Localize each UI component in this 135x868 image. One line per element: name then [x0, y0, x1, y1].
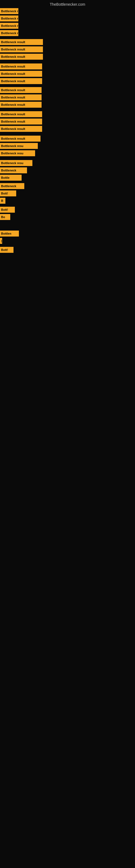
site-title: TheBottlenecker.com — [0, 0, 135, 9]
bottleneck-result-label: Bottleneck result — [1, 96, 25, 99]
bottleneck-result-label: Bottleneck result — [1, 17, 18, 20]
bottleneck-result-bar: Bottleneck result — [0, 23, 18, 29]
bottleneck-result-label: Bottleneck result — [1, 80, 25, 83]
bottleneck-result-label: Bottleneck resu — [1, 144, 24, 148]
bottleneck-result-label: Bottleneck result — [1, 127, 25, 130]
bottleneck-result-bar: Bottlen — [0, 230, 19, 237]
bottleneck-result-label: Bottleneck result — [1, 113, 25, 116]
bottleneck-result-label: Bottleneck resu — [1, 152, 24, 155]
bottleneck-result-label: Bottleneck result — [1, 72, 25, 75]
bottleneck-result-label: Bottleneck result — [1, 65, 25, 68]
bottleneck-result-bar: Bottleneck — [0, 167, 27, 173]
bottleneck-result-label: Bottleneck result — [1, 40, 25, 44]
bottleneck-result-label: Bottleneck result — [1, 103, 25, 106]
bottleneck-result-bar: Bottleneck — [0, 183, 24, 189]
bottleneck-result-bar: Bott! — [0, 207, 15, 213]
bottleneck-result-bar: Bottleneck resu — [0, 160, 32, 166]
bottleneck-result-bar: Bottleneck resu — [0, 143, 38, 149]
bottleneck-result-label: Bott! — [1, 192, 8, 195]
bottleneck-result-label: Bottleneck result — [1, 137, 25, 140]
bottleneck-result-bar: Bottleneck result — [0, 102, 42, 108]
bottleneck-result-label: Bottleneck resu — [1, 161, 24, 165]
bottleneck-result-bar: Bott! — [0, 247, 13, 253]
bottleneck-result-bar: Bottleneck result — [0, 54, 43, 60]
bottleneck-result-bar: Bottleneck result — [0, 119, 42, 124]
bottleneck-result-bar: Bottle — [0, 175, 21, 181]
bottleneck-result-label: Bottleneck result — [1, 88, 25, 92]
bottleneck-result-bar: B — [0, 198, 5, 204]
bottleneck-result-bar: Bottleneck result — [0, 111, 42, 117]
bottleneck-result-label: Bottleneck — [1, 169, 16, 172]
bottleneck-result-bar: Bottleneck result — [0, 87, 42, 93]
bottleneck-result-bar: Bott! — [0, 190, 16, 196]
bottleneck-result-bar: Bottleneck result — [0, 126, 42, 132]
bottleneck-result-bar: Bottleneck result — [0, 135, 41, 142]
bottleneck-result-label: Bo — [1, 215, 5, 219]
bottleneck-result-bar: Bottleneck result — [0, 46, 43, 52]
bottleneck-result-bar: | — [0, 238, 2, 244]
bottleneck-result-label: Bottle — [1, 176, 9, 179]
bottleneck-result-bar: Bottleneck result — [0, 30, 18, 36]
bottleneck-result-label: Bottleneck result — [1, 24, 18, 27]
bottleneck-result-label: B — [1, 199, 3, 203]
bottleneck-result-label: Bottleneck result — [1, 120, 25, 123]
bottleneck-result-label: Bottlen — [1, 232, 11, 235]
bottleneck-result-label: Bottleneck result — [1, 9, 18, 13]
bottleneck-result-label: Bottleneck result — [1, 48, 25, 51]
bottleneck-result-label: Bott! — [1, 248, 8, 251]
bottleneck-result-bar: Bottleneck result — [0, 39, 43, 45]
bottleneck-result-bar: Bottleneck result — [0, 94, 42, 100]
bottleneck-result-bar: Bottleneck result — [0, 8, 18, 14]
bottleneck-result-label: Bottleneck — [1, 184, 16, 188]
bottleneck-result-bar: Bo — [0, 214, 10, 220]
bottleneck-result-bar: Bottleneck result — [0, 63, 42, 69]
bottleneck-result-bar: Bottleneck resu — [0, 150, 35, 156]
bottleneck-result-bar: Bottleneck result — [0, 71, 42, 77]
bottleneck-result-label: Bott! — [1, 208, 8, 211]
bottleneck-result-bar: Bottleneck result — [0, 78, 42, 84]
bottleneck-result-label: | — [1, 239, 2, 243]
bottleneck-result-bar: Bottleneck result — [0, 16, 18, 22]
bottleneck-result-label: Bottleneck result — [1, 31, 18, 35]
bottleneck-result-label: Bottleneck result — [1, 55, 25, 58]
